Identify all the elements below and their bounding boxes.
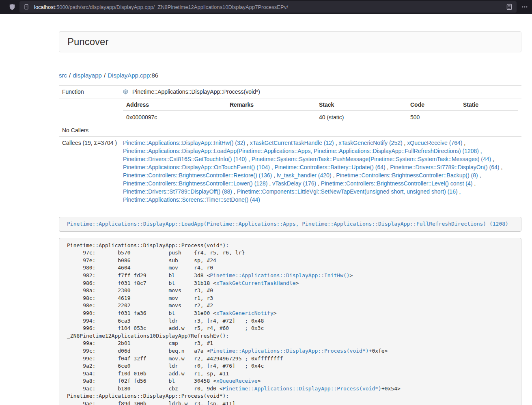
detail-header-row: Address Remarks Stack Code Static <box>123 99 518 111</box>
static-value <box>460 111 518 124</box>
no-callers-row: No Callers <box>59 124 521 137</box>
function-detail-table: Address Remarks Stack Code Static 0x0000… <box>123 99 518 124</box>
address-value: 0x0000097c <box>123 111 226 124</box>
column-address: Address <box>123 99 226 111</box>
stack-value: 40 (static) <box>316 111 407 124</box>
package-icon <box>123 89 130 96</box>
callee-link[interactable]: Pinetime::Components::LittleVgl::SetNewT… <box>237 188 458 195</box>
breadcrumb-file-link[interactable]: DisplayApp.cpp <box>108 72 150 79</box>
callee-link[interactable]: Pinetime::Controllers::Battery::Update()… <box>275 164 386 170</box>
function-detail-row: Address Remarks Stack Code Static 0x0000… <box>59 99 521 124</box>
page-title: Puncover <box>67 36 513 47</box>
column-stack: Stack <box>316 99 407 111</box>
breadcrumb-src-link[interactable]: src <box>59 72 67 79</box>
column-code: Code <box>407 99 460 111</box>
callee-link[interactable]: Pinetime::Controllers::BrightnessControl… <box>336 172 478 179</box>
disasm-symbol-link[interactable]: Pinetime::Applications::DisplayApp::Proc… <box>210 348 368 354</box>
breadcrumb: src/displayapp/DisplayApp.cpp:86 <box>59 71 521 80</box>
callee-link[interactable]: Pinetime::Drivers::Cst816S::GetTouchInfo… <box>123 156 247 162</box>
column-static: Static <box>460 99 518 111</box>
disasm-symbol-link[interactable]: Pinetime::Applications::DisplayApp::Proc… <box>223 386 381 392</box>
loadapp-banner: Pinetime::Applications::DisplayApp::Load… <box>59 217 521 232</box>
url-path: :5000/path/src/displayapp/DisplayApp.cpp… <box>55 4 288 10</box>
breadcrumb-line-number: :86 <box>150 72 158 79</box>
app-header: Puncover <box>59 31 521 52</box>
function-row: Function Pinetime::Applications::Display… <box>59 86 521 99</box>
callee-link[interactable]: Pinetime::Applications::DisplayApp::Init… <box>123 140 245 146</box>
main-content: Puncover src/displayapp/DisplayApp.cpp:8… <box>59 14 521 405</box>
url-text: localhost:5000/path/src/displayapp/Displ… <box>34 4 503 10</box>
disasm-symbol-link[interactable]: xTaskGenericNotify <box>216 310 274 316</box>
function-name: Pinetime::Applications::DisplayApp::Proc… <box>132 88 260 95</box>
callee-link[interactable]: xTaskGetCurrentTaskHandle (12) <box>250 140 334 146</box>
function-label: Function <box>59 86 120 99</box>
callee-link[interactable]: Pinetime::Controllers::BrightnessControl… <box>321 180 472 187</box>
callees-list: Pinetime::Applications::DisplayApp::Init… <box>120 137 521 206</box>
disasm-symbol-link[interactable]: Pinetime::Applications::DisplayApp::Init… <box>210 272 349 278</box>
callee-link[interactable]: xQueueReceive (764) <box>407 140 462 146</box>
browser-toolbar: localhost:5000/path/src/displayapp/Displ… <box>0 0 532 14</box>
no-callers-label: No Callers <box>59 124 120 137</box>
breadcrumb-separator: / <box>104 72 106 79</box>
callee-link[interactable]: Pinetime::Drivers::St7789::DisplayOff() … <box>123 188 232 195</box>
disassembly-code: Pinetime::Applications::DisplayApp::Proc… <box>59 238 521 405</box>
breadcrumb-displayapp-link[interactable]: displayapp <box>73 72 102 79</box>
remarks-value <box>226 111 316 124</box>
shield-icon[interactable] <box>9 4 15 10</box>
page-info-icon[interactable] <box>24 4 29 10</box>
disasm-symbol-link[interactable]: xQueueReceive <box>216 378 258 384</box>
callee-link[interactable]: lv_task_handler (420) <box>277 172 332 179</box>
callee-link[interactable]: xTaskGenericNotify (252) <box>338 140 402 146</box>
callees-label: Callees (19, Σ=3704 ) <box>59 137 120 206</box>
loadapp-symbol-link[interactable]: Pinetime::Applications::DisplayApp::Load… <box>67 221 508 227</box>
url-bar[interactable]: localhost:5000/path/src/displayapp/Displ… <box>19 1 517 13</box>
callee-link[interactable]: Pinetime::Applications::DisplayApp::Load… <box>123 148 479 154</box>
disasm-symbol-link[interactable]: xTaskGetCurrentTaskHandle <box>216 280 296 286</box>
callee-link[interactable]: Pinetime::Controllers::BrightnessControl… <box>123 172 272 179</box>
divider <box>59 64 521 64</box>
callee-link[interactable]: Pinetime::Applications::Screens::Timer::… <box>123 196 260 203</box>
callee-link[interactable]: Pinetime::Applications::DisplayApp::OnTo… <box>123 164 270 170</box>
callee-link[interactable]: Pinetime::System::SystemTask::PushMessag… <box>252 156 491 162</box>
breadcrumb-separator: / <box>69 72 71 79</box>
code-value: 500 <box>407 111 460 124</box>
detail-value-row: 0x0000097c 40 (static) 500 <box>123 111 518 124</box>
function-table: Function Pinetime::Applications::Display… <box>59 85 521 206</box>
callee-link[interactable]: Pinetime::Controllers::BrightnessControl… <box>123 180 267 187</box>
callee-link[interactable]: vTaskDelay (176) <box>272 180 316 187</box>
callees-row: Callees (19, Σ=3704 ) Pinetime::Applicat… <box>59 137 521 206</box>
reader-mode-icon[interactable] <box>506 4 513 10</box>
url-domain: localhost <box>34 4 55 10</box>
callee-link[interactable]: Pinetime::Drivers::St7789::DisplayOn() (… <box>390 164 499 170</box>
overflow-menu-icon[interactable] <box>521 4 528 10</box>
column-remarks: Remarks <box>226 99 316 111</box>
